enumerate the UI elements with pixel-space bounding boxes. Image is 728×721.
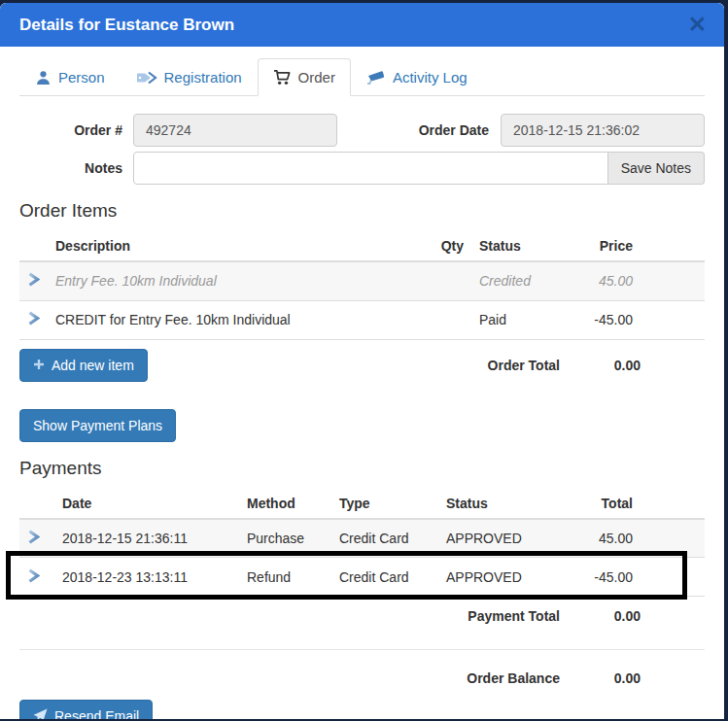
plus-icon [33,358,45,373]
payment-status: APPROVED [438,558,543,597]
payment-total: -45.00 [543,558,641,597]
add-new-item-label: Add new item [52,358,134,373]
payments-table: Date Method Type Status Total 2018-12-15… [19,489,705,598]
notes-input-group: Save Notes [133,152,705,185]
col-qty: Qty [413,231,471,261]
order-number-field [133,114,337,147]
tags-icon [136,70,157,86]
payment-total-line: Payment Total 0.00 [19,608,705,624]
col-type: Type [331,489,438,519]
show-payment-plans-button[interactable]: Show Payment Plans [19,409,176,442]
details-modal: Details for Eustance Brown ✕ Person Regi… [0,3,724,719]
modal-header: Details for Eustance Brown ✕ [0,3,724,47]
tab-registration[interactable]: Registration [121,58,258,96]
modal-title: Details for Eustance Brown [19,16,234,35]
tab-label: Activity Log [393,69,468,86]
item-description: Entry Fee. 10km Individual [48,261,413,300]
payment-type: Credit Card [331,558,438,597]
payment-type: Credit Card [331,519,438,558]
order-item-row: Entry Fee. 10km Individual Credited 45.0… [19,261,705,300]
item-qty [413,300,471,339]
tab-activity-log[interactable]: Activity Log [351,58,483,96]
payment-status: APPROVED [438,519,543,558]
notes-label: Notes [19,160,133,176]
payments-header-row: Date Method Type Status Total [19,489,705,519]
order-total: Order Total 0.00 [488,358,705,373]
order-balance-label: Order Balance [467,670,560,686]
col-date: Date [54,489,239,519]
cart-icon [273,69,292,86]
save-notes-button[interactable]: Save Notes [608,152,705,185]
item-qty [413,261,471,300]
payment-total: 45.00 [543,519,641,558]
item-status: Credited [471,261,543,300]
col-total: Total [543,489,641,519]
col-status: Status [471,231,543,261]
tab-label: Order [298,69,335,86]
order-balance-line: Order Balance 0.00 [19,670,705,686]
col-price: Price [543,231,641,261]
payments-table-wrap: Date Method Type Status Total 2018-12-15… [19,489,705,598]
order-number-row: Order # Order Date [19,114,705,147]
tab-person[interactable]: Person [19,58,121,96]
tab-label: Person [58,69,105,86]
order-total-label: Order Total [488,358,560,373]
payments-heading: Payments [19,458,705,479]
payment-row-highlighted: 2018-12-23 13:13:11 Refund Credit Card A… [19,558,705,597]
item-description: CREDIT for Entry Fee. 10km Individual [48,300,413,339]
resend-email-label: Resend Email [54,708,139,719]
camera-icon [366,70,386,86]
divider [19,649,705,650]
payment-method: Refund [239,558,331,597]
order-total-row: Add new item Order Total 0.00 [19,349,705,382]
payment-total-label: Payment Total [468,608,560,624]
modal-body: Person Registration Order Activity Log [0,47,724,719]
order-items-header-row: Description Qty Status Price [19,231,705,261]
order-number-label: Order # [19,122,133,138]
order-date-label: Order Date [337,122,501,138]
expand-row-icon[interactable] [27,311,40,326]
expand-row-icon[interactable] [27,568,40,583]
col-method: Method [239,489,331,519]
order-items-table: Description Qty Status Price Entry Fee. … [19,231,705,340]
item-price: -45.00 [543,300,641,339]
order-item-row: CREDIT for Entry Fee. 10km Individual Pa… [19,300,705,339]
payment-row: 2018-12-15 21:36:11 Purchase Credit Card… [19,519,705,558]
expand-row-icon[interactable] [27,530,40,544]
item-status: Paid [471,300,543,339]
tab-order[interactable]: Order [258,58,351,96]
notes-row: Notes Save Notes [19,152,705,185]
add-new-item-button[interactable]: Add new item [19,349,148,382]
col-description: Description [48,231,413,261]
order-date-field [501,114,705,147]
item-price: 45.00 [543,261,641,300]
order-form: Order # Order Date Notes Save Notes [19,114,705,185]
payment-date: 2018-12-15 21:36:11 [54,519,239,558]
close-icon[interactable]: ✕ [688,14,707,36]
person-icon [35,70,52,86]
notes-input[interactable] [133,152,608,185]
resend-email-button[interactable]: Resend Email [19,700,153,719]
payment-method: Purchase [239,519,331,558]
tab-bar: Person Registration Order Activity Log [19,58,705,96]
send-icon [33,708,48,720]
col-status: Status [438,489,543,519]
order-total-value: 0.00 [560,358,641,373]
payment-total-value: 0.00 [560,608,641,624]
order-items-heading: Order Items [19,200,705,222]
payment-date: 2018-12-23 13:13:11 [54,558,239,597]
expand-row-icon[interactable] [27,272,40,287]
order-balance-value: 0.00 [560,670,641,686]
tab-label: Registration [164,69,242,86]
